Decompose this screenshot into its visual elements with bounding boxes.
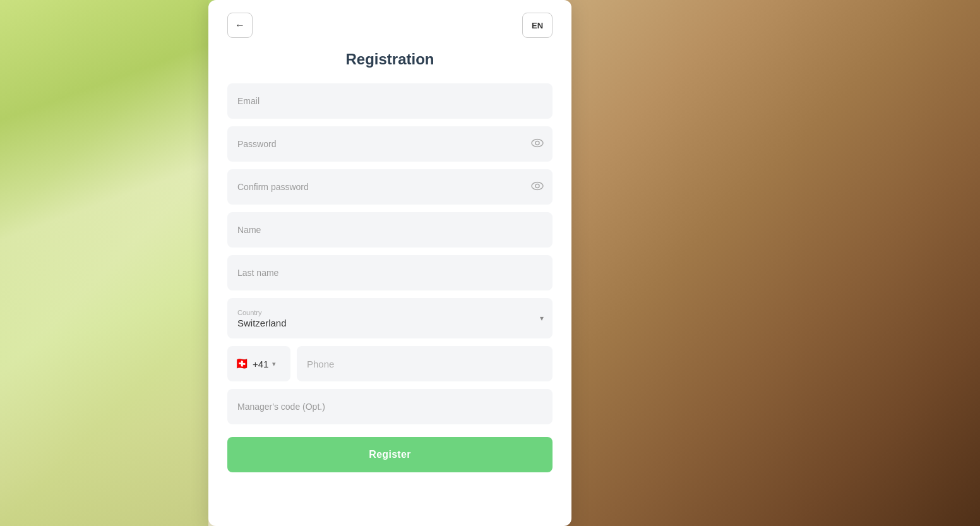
last-name-field-wrapper: Last name	[227, 255, 553, 290]
email-field-wrapper: Email	[227, 83, 553, 119]
phone-prefix-text: +41	[253, 359, 268, 369]
back-arrow-icon: ←	[235, 20, 245, 31]
svg-point-0	[532, 140, 543, 147]
language-button[interactable]: EN	[522, 13, 553, 38]
phone-prefix-arrow-icon: ▾	[272, 360, 276, 368]
last-name-input[interactable]	[227, 255, 553, 290]
name-field-wrapper: Name	[227, 212, 553, 248]
confirm-password-input[interactable]	[227, 169, 553, 205]
password-field-wrapper: Password	[227, 126, 553, 162]
password-input[interactable]	[227, 126, 553, 162]
registration-form: Email Password Confirm password	[227, 83, 553, 472]
managers-code-input[interactable]	[227, 389, 553, 424]
svg-point-3	[535, 184, 539, 188]
managers-code-field-wrapper: Manager's code (Opt.)	[227, 389, 553, 424]
country-label: Country	[237, 309, 542, 316]
page-title: Registration	[345, 51, 434, 68]
confirm-password-field-wrapper: Confirm password	[227, 169, 553, 205]
country-value: Switzerland	[237, 318, 542, 328]
country-dropdown-arrow-icon: ▾	[540, 314, 544, 323]
name-input[interactable]	[227, 212, 553, 248]
bg-right	[563, 0, 980, 526]
switzerland-flag-icon: 🇨🇭	[235, 359, 249, 369]
confirm-password-eye-icon[interactable]	[531, 181, 544, 194]
country-dropdown[interactable]: Country Switzerland ▾	[227, 298, 553, 338]
svg-point-1	[535, 141, 539, 145]
registration-modal: ← EN Registration Email Password	[208, 0, 571, 526]
phone-row: 🇨🇭 +41 ▾	[227, 346, 553, 381]
email-input[interactable]	[227, 83, 553, 119]
modal-header: ← EN	[227, 13, 553, 38]
bg-left	[0, 0, 208, 526]
register-button[interactable]: Register	[227, 437, 553, 472]
password-eye-icon[interactable]	[531, 138, 544, 151]
register-button-label: Register	[369, 449, 410, 460]
phone-input[interactable]	[297, 346, 553, 381]
back-button[interactable]: ←	[227, 13, 253, 38]
phone-prefix-dropdown[interactable]: 🇨🇭 +41 ▾	[227, 346, 290, 381]
language-label: EN	[532, 21, 543, 30]
svg-point-2	[532, 182, 543, 190]
